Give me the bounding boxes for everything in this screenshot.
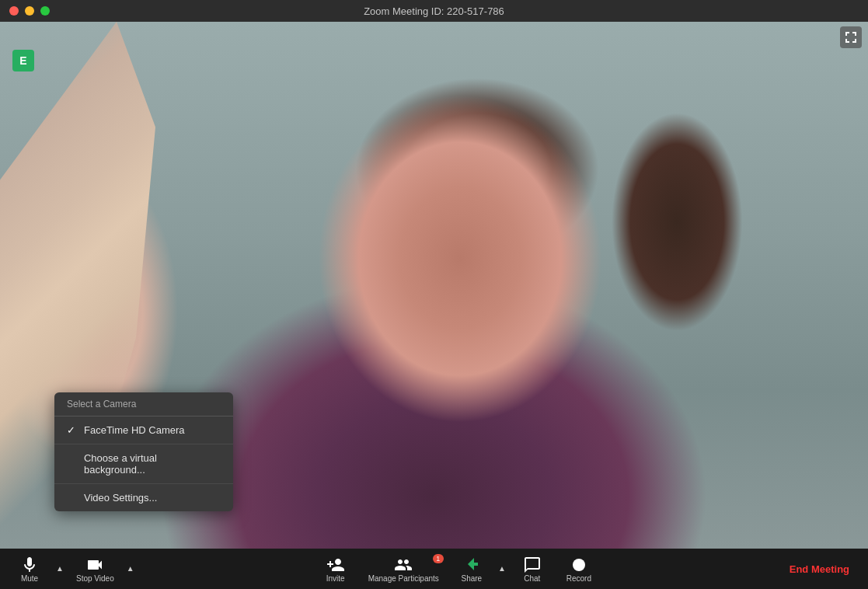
chevron-up-icon: ▲ [56,564,64,573]
invite-button[interactable]: Invite [312,552,359,586]
camera-option-facetime: FaceTime HD Camera [84,424,185,436]
no-check-icon [67,458,78,470]
no-check-icon-2 [67,492,78,504]
video-chevron[interactable]: ▲ [124,561,138,577]
record-icon [570,556,588,574]
chevron-up-icon-2: ▲ [127,564,134,573]
camera-menu-item-virtual-bg[interactable]: Choose a virtual background... [54,444,233,484]
minimize-button[interactable] [25,6,34,16]
participants-badge: 1 [433,554,444,563]
toolbar: Mute ▲ Stop Video ▲ Invite 1 Manage Part… [0,549,868,589]
record-label: Record [566,574,591,583]
meeting-title: Zoom Meeting ID: 220-517-786 [364,5,504,17]
mute-chevron[interactable]: ▲ [53,561,67,577]
chevron-up-icon-3: ▲ [498,564,506,573]
camera-menu-item-facetime[interactable]: ✓ FaceTime HD Camera [54,416,233,444]
record-button[interactable]: Record [556,552,602,586]
microphone-icon [20,556,39,574]
manage-participants-button[interactable]: 1 Manage Participants [359,552,448,586]
camera-option-virtual-bg: Choose a virtual background... [84,452,221,476]
mute-button[interactable]: Mute [6,552,53,586]
mute-label: Mute [21,574,38,583]
participants-icon [394,556,413,574]
stop-video-label: Stop Video [76,574,114,583]
stop-video-button[interactable]: Stop Video [67,552,124,586]
svg-point-0 [573,559,585,571]
fullscreen-button[interactable] [840,26,862,48]
share-button[interactable]: Share [448,552,495,586]
invite-icon [326,556,345,574]
share-icon [462,556,481,574]
participant-avatar: E [12,50,34,71]
manage-participants-label: Manage Participants [368,574,439,583]
maximize-button[interactable] [40,6,50,16]
title-bar: Zoom Meeting ID: 220-517-786 [0,0,868,22]
traffic-lights [9,6,50,16]
video-icon [85,556,104,574]
chat-label: Chat [524,574,540,583]
chat-icon [523,556,542,574]
camera-menu-header: Select a Camera [54,392,233,416]
camera-menu: Select a Camera ✓ FaceTime HD Camera Cho… [54,392,233,511]
invite-label: Invite [326,574,345,583]
chat-button[interactable]: Chat [509,552,556,586]
camera-option-video-settings: Video Settings... [84,492,157,504]
close-button[interactable] [9,6,19,16]
share-label: Share [461,574,482,583]
participant-initial: E [19,54,26,67]
camera-menu-item-video-settings[interactable]: Video Settings... [54,484,233,511]
end-meeting-button[interactable]: End Meeting [777,557,862,581]
check-icon: ✓ [67,424,78,436]
fullscreen-icon [845,31,857,44]
share-chevron[interactable]: ▲ [495,561,509,577]
